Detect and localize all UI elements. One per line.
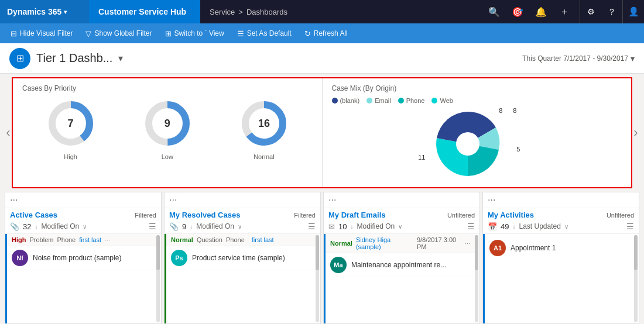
target-icon[interactable]: 🎯 [507, 0, 528, 23]
dynamics365-logo[interactable]: Dynamics 365 ▾ [0, 0, 89, 23]
my-activities-title[interactable]: My Activities [488, 211, 534, 219]
dynamics365-chevron-icon[interactable]: ▾ [64, 9, 67, 15]
breadcrumb-dashboards[interactable]: Dashboards [246, 8, 287, 16]
switch-to-tile-view-button[interactable]: ⊞ Switch to ` View [159, 23, 230, 43]
my-draft-badge: Unfiltered [447, 212, 475, 219]
donut-normal-label: Normal [254, 153, 274, 160]
my-draft-scrollbar[interactable] [475, 235, 478, 322]
my-resolved-scroll-thumb [316, 235, 319, 270]
filter-icon: ⊟ [11, 29, 17, 38]
item-maintenance-appointment: Maintenance appointment re... [351, 261, 470, 269]
active-cases-filter-icon[interactable]: ☰ [149, 222, 156, 231]
my-activities-sort-chevron[interactable]: ∨ [564, 223, 568, 230]
refresh-all-button[interactable]: ↻ Refresh All [299, 23, 354, 43]
cases-by-priority-title: Cases By Priority [22, 84, 313, 92]
date-range-chevron-icon[interactable]: ▾ [631, 54, 635, 63]
my-draft-more-icon[interactable]: ··· [328, 195, 336, 205]
tag-more-2[interactable]: ··· [465, 240, 470, 247]
avatar-a1: A1 [489, 240, 506, 256]
help-icon[interactable]: ? [601, 0, 622, 23]
my-activities-filter-icon[interactable]: ☰ [626, 222, 634, 231]
my-activities-title-row: My Activities Unfiltered [483, 208, 639, 220]
my-resolved-tags: Normal Question Phone first last [166, 234, 316, 246]
tag-sidney[interactable]: Sidney Higa (sample) [356, 236, 410, 250]
my-draft-title[interactable]: My Draft Emails [328, 211, 386, 219]
active-cases-tile: ··· Active Cases Filtered 📎 32 ↓ Modifie… [5, 192, 162, 324]
donut-low-chart: 9 [141, 97, 194, 150]
my-draft-sort-chevron[interactable]: ∨ [398, 223, 402, 230]
legend-web-label: Web [440, 97, 453, 104]
tag-more-icon[interactable]: ··· [105, 236, 110, 243]
my-resolved-sort-chevron[interactable]: ∨ [238, 223, 242, 230]
my-activities-item-1[interactable]: A1 Appointment 1 [485, 234, 634, 260]
tag-question: Question [197, 236, 222, 243]
chart-nav-left-button[interactable]: ‹ [1, 121, 15, 144]
tag-first-last-2[interactable]: first last [252, 236, 274, 243]
donut-normal: 16 Normal [238, 97, 290, 160]
active-cases-sort-chevron[interactable]: ∨ [83, 223, 87, 230]
chart-nav-right-button[interactable]: › [629, 121, 643, 144]
legend-web-dot [431, 98, 437, 104]
tag-first-last[interactable]: first last [79, 236, 101, 243]
item-appointment-1: Appointment 1 [511, 244, 629, 252]
my-activities-scrollbar[interactable] [634, 235, 638, 322]
page-title-chevron-icon[interactable]: ▾ [118, 53, 123, 64]
active-cases-scrollbar[interactable] [156, 235, 160, 322]
my-resolved-sort-label[interactable]: Modified On [196, 222, 234, 230]
my-draft-sort-arrow[interactable]: ↓ [350, 223, 353, 230]
active-cases-title[interactable]: Active Cases [10, 211, 57, 219]
active-cases-sort-label[interactable]: Modified On [41, 222, 79, 230]
my-resolved-cases-tile: ··· My Resolved Cases Filtered 📎 9 ↓ Mod… [164, 192, 321, 324]
active-cases-inner: High Problem Phone first last ··· Nf Noi… [5, 234, 161, 323]
donut-high-chart: 7 [44, 97, 97, 150]
user-icon[interactable]: 👤 [623, 0, 644, 23]
nav-icon-group: 🔍 🎯 🔔 ＋ [479, 0, 580, 23]
active-cases-title-row: Active Cases Filtered [5, 208, 161, 220]
my-draft-count: 10 [338, 222, 347, 231]
my-resolved-item-1[interactable]: Ps Product service time (sample) [166, 246, 316, 270]
donut-low: 9 Low [141, 97, 194, 160]
default-icon: ☰ [237, 29, 244, 38]
my-activities-more-icon[interactable]: ··· [488, 195, 495, 205]
tile-view-icon: ⊞ [165, 29, 172, 38]
show-global-filter-button[interactable]: ▽ Show Global Filter [80, 23, 157, 43]
hide-visual-filter-button[interactable]: ⊟ Hide Visual Filter [5, 23, 78, 43]
breadcrumb-service[interactable]: Service [210, 8, 235, 16]
my-activities-sort-label[interactable]: Last Updated [519, 222, 560, 230]
settings-icon[interactable]: ⚙ [580, 0, 601, 23]
active-cases-more-icon[interactable]: ··· [10, 195, 18, 205]
my-draft-filter-icon[interactable]: ☰ [467, 222, 475, 231]
my-resolved-more-icon[interactable]: ··· [169, 195, 177, 205]
tag-phone-2: Phone [226, 236, 245, 243]
date-range-text: This Quarter 7/1/2017 - 9/30/2017 [522, 54, 628, 63]
charts-wrapper: ‹ Cases By Priority 7 Hig [12, 77, 632, 188]
active-cases-scroll-thumb [156, 235, 160, 270]
my-resolved-filter-icon[interactable]: ☰ [308, 222, 316, 231]
active-cases-sort-arrow[interactable]: ↓ [35, 223, 37, 230]
app-name: Customer Service Hub [89, 0, 200, 23]
my-resolved-sort-arrow[interactable]: ↓ [190, 223, 193, 230]
page-header: ⊞ Tier 1 Dashb... ▾ This Quarter 7/1/201… [0, 43, 644, 74]
donut-charts: 7 High 9 Low [22, 97, 313, 160]
my-draft-list: Normal Sidney Higa (sample) 9/8/2017 3:0… [326, 234, 475, 323]
add-icon[interactable]: ＋ [554, 0, 575, 23]
cases-by-priority-panel: Cases By Priority 7 High [13, 78, 323, 187]
tag-high: High [12, 236, 26, 243]
my-draft-item-1[interactable]: Ma Maintenance appointment re... [326, 253, 475, 277]
set-as-default-button[interactable]: ☰ Set As Default [231, 23, 297, 43]
legend-email-label: Email [375, 97, 391, 104]
my-activities-sort-arrow[interactable]: ↓ [512, 223, 515, 230]
active-cases-item-1[interactable]: Nf Noise from product (sample) [7, 246, 156, 270]
main-content: ‹ Cases By Priority 7 Hig [0, 74, 644, 324]
my-draft-sort-label[interactable]: Modified On [357, 222, 395, 230]
bell-icon[interactable]: 🔔 [530, 0, 551, 23]
avatar-ps: Ps [171, 250, 187, 266]
tag-problem: Problem [29, 236, 53, 243]
refresh-icon: ↻ [304, 29, 311, 38]
pie-label-8-top: 8 [499, 107, 502, 114]
avatar-nf: Nf [12, 250, 28, 266]
my-resolved-scrollbar[interactable] [316, 235, 319, 322]
my-resolved-title[interactable]: My Resolved Cases [169, 211, 240, 219]
search-icon[interactable]: 🔍 [484, 0, 505, 23]
pie-chart-svg [430, 106, 506, 182]
